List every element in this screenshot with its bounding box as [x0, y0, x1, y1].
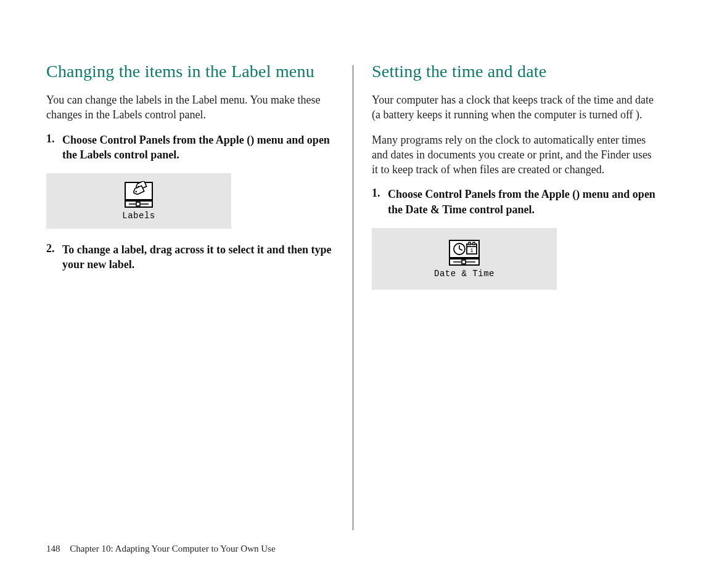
- step-1-right: 1. Choose Control Panels from the Apple …: [372, 187, 660, 217]
- right-column: Setting the time and date Your computer …: [353, 62, 660, 530]
- labels-control-panel-icon: Labels: [122, 181, 155, 221]
- labels-icon: [124, 181, 154, 208]
- svg-rect-12: [469, 242, 470, 245]
- intro-paragraph: Many programs rely on the clock to autom…: [372, 133, 660, 178]
- step-text: To change a label, drag across it to sel…: [62, 242, 334, 272]
- svg-rect-5: [136, 202, 140, 206]
- date-time-icon: 1: [448, 239, 480, 266]
- intro-paragraph: You can change the labels in the Label m…: [46, 92, 334, 123]
- step-number: 1.: [46, 133, 62, 163]
- step-text: Choose Control Panels from the Apple () …: [388, 187, 660, 217]
- svg-rect-17: [462, 260, 466, 264]
- step-number: 1.: [372, 187, 388, 217]
- labels-control-panel-figure: Labels: [46, 173, 231, 229]
- svg-rect-13: [473, 242, 475, 245]
- document-page: Changing the items in the Label menu You…: [0, 0, 706, 588]
- date-time-control-panel-figure: 1 Date & Time: [372, 228, 557, 290]
- section-heading-labels: Changing the items in the Label menu: [46, 62, 334, 81]
- section-heading-datetime: Setting the time and date: [372, 62, 660, 81]
- step-text-pre: Choose Control Panels from the Apple (: [388, 188, 576, 200]
- chapter-title: Chapter 10: Adapting Your Computer to Yo…: [70, 544, 275, 553]
- step-2-left: 2. To change a label, drag across it to …: [46, 242, 334, 272]
- labels-icon-caption: Labels: [122, 211, 155, 221]
- left-column: Changing the items in the Label menu You…: [46, 62, 353, 530]
- step-text-pre: Choose Control Panels from the Apple (: [62, 134, 250, 146]
- step-text: Choose Control Panels from the Apple () …: [62, 133, 334, 163]
- step-number: 2.: [46, 242, 62, 272]
- date-time-icon-caption: Date & Time: [434, 269, 495, 279]
- date-time-control-panel-icon: 1 Date & Time: [434, 239, 495, 279]
- intro-paragraph: Your computer has a clock that keeps tra…: [372, 92, 660, 123]
- step-1-left: 1. Choose Control Panels from the Apple …: [46, 133, 334, 163]
- svg-text:1: 1: [470, 248, 473, 254]
- page-footer: 148 Chapter 10: Adapting Your Computer t…: [46, 544, 276, 554]
- page-number: 148: [46, 544, 60, 553]
- two-column-layout: Changing the items in the Label menu You…: [46, 62, 660, 530]
